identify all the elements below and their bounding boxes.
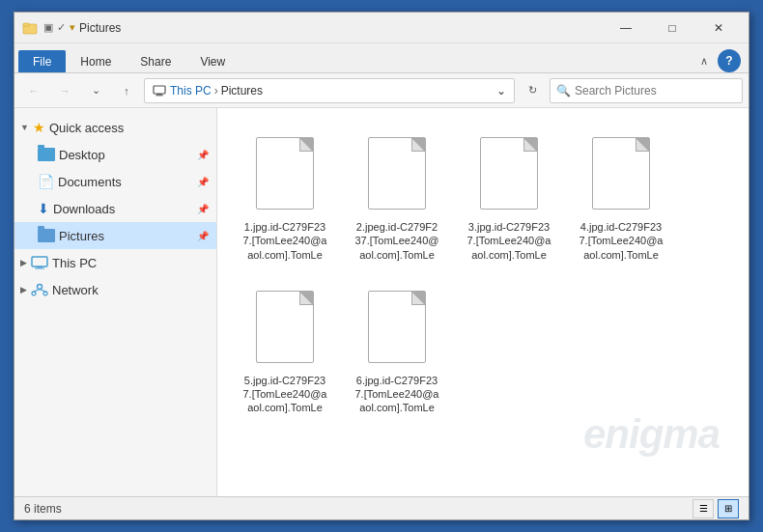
- window-title: Pictures: [79, 21, 604, 35]
- ribbon-tabs: File Home Share View ∧ ?: [14, 43, 749, 72]
- address-bar: ← → ⌄ ↑ This PC › Pictures ⌄ ↻ 🔍: [14, 73, 749, 108]
- sidebar-item-documents[interactable]: 📄 Documents 📌: [14, 168, 216, 195]
- sidebar-item-this-pc[interactable]: ▶ This PC: [14, 249, 216, 276]
- recent-button[interactable]: ⌄: [82, 78, 109, 103]
- downloads-icon: ⬇: [38, 201, 49, 216]
- sidebar-label-pictures: Pictures: [59, 229, 104, 243]
- file-label-3: 3.jpg.id-C279F237.[TomLee240@aaol.com].T…: [466, 220, 551, 262]
- file-item-1[interactable]: 1.jpg.id-C279F237.[TomLee240@aaol.com].T…: [237, 127, 333, 266]
- window-icon: [22, 20, 38, 36]
- item-count: 6 items: [24, 502, 62, 516]
- svg-point-9: [32, 292, 36, 295]
- ribbon-collapse-btn[interactable]: ∧: [694, 53, 714, 70]
- network-icon: [31, 283, 48, 296]
- minimize-button[interactable]: —: [604, 13, 648, 43]
- sidebar-label-downloads: Downloads: [53, 202, 115, 216]
- file-label-4: 4.jpg.id-C279F237.[TomLee240@aaol.com].T…: [579, 220, 663, 262]
- file-area: enigma 1.jpg.id-C279F237.[TomLee240@aaol…: [217, 108, 749, 496]
- svg-point-8: [38, 285, 42, 290]
- chevron-right-icon-network: ▶: [20, 285, 27, 294]
- computer-icon: [153, 85, 166, 97]
- file-icon-4: [586, 131, 656, 216]
- file-label-2: 2.jpeg.id-C279F237.[TomLee240@aol.com].T…: [354, 220, 438, 262]
- close-button[interactable]: ✕: [696, 13, 741, 43]
- file-item-5[interactable]: 5.jpg.id-C279F237.[TomLee240@aaol.com].T…: [237, 281, 333, 419]
- help-button[interactable]: ?: [718, 49, 741, 72]
- star-icon: ★: [33, 120, 45, 135]
- chevron-right-icon-thispc: ▶: [20, 258, 27, 267]
- status-bar: 6 items ☰ ⊞: [14, 496, 749, 519]
- search-icon: 🔍: [556, 84, 571, 98]
- search-bar[interactable]: 🔍: [550, 78, 743, 103]
- pin-icon-dl: 📌: [197, 204, 209, 214]
- sidebar-label-quick-access: Quick access: [49, 121, 124, 135]
- file-label-6: 6.jpg.id-C279F237.[TomLee240@aaol.com].T…: [354, 374, 438, 415]
- svg-line-12: [40, 290, 45, 293]
- title-undo-icon: ✓: [57, 21, 66, 34]
- address-path[interactable]: This PC › Pictures ⌄: [144, 78, 515, 103]
- file-label-1: 1.jpg.id-C279F237.[TomLee240@aaol.com].T…: [242, 220, 326, 262]
- up-button[interactable]: ↑: [113, 78, 140, 103]
- forward-button[interactable]: →: [51, 78, 78, 103]
- sidebar-item-desktop[interactable]: Desktop 📌: [14, 141, 216, 168]
- file-item-2[interactable]: 2.jpeg.id-C279F237.[TomLee240@aol.com].T…: [349, 127, 445, 266]
- folder-pictures-icon: [38, 229, 55, 242]
- sidebar-item-network[interactable]: ▶ Network: [14, 276, 216, 303]
- pin-icon-doc: 📌: [197, 177, 209, 187]
- file-label-5: 5.jpg.id-C279F237.[TomLee240@aaol.com].T…: [242, 374, 326, 415]
- sidebar-item-pictures[interactable]: Pictures 📌: [14, 222, 216, 249]
- svg-rect-5: [32, 257, 47, 266]
- tab-share[interactable]: Share: [126, 50, 185, 72]
- sidebar: ▼ ★ Quick access Desktop 📌 📄 Documents 📌: [14, 108, 217, 496]
- sidebar-label-documents: Documents: [58, 175, 122, 189]
- svg-rect-1: [23, 23, 29, 26]
- refresh-button[interactable]: ↻: [519, 78, 546, 103]
- file-item-3[interactable]: 3.jpg.id-C279F237.[TomLee240@aaol.com].T…: [461, 127, 557, 266]
- svg-rect-7: [35, 268, 44, 269]
- sidebar-label-this-pc: This PC: [52, 256, 97, 270]
- svg-line-11: [34, 290, 40, 293]
- file-icon-3: [474, 131, 544, 216]
- tab-view[interactable]: View: [185, 50, 240, 72]
- path-part-pictures: Pictures: [221, 84, 263, 98]
- search-input[interactable]: [575, 84, 736, 98]
- file-icon-6: [362, 285, 432, 370]
- grid-view-button[interactable]: ⊞: [718, 499, 739, 518]
- svg-rect-4: [155, 95, 163, 96]
- svg-rect-6: [37, 266, 42, 268]
- list-view-button[interactable]: ☰: [692, 499, 714, 518]
- explorer-window: ▣ ✓ ▾ Pictures — □ ✕ File Home Share Vie…: [14, 12, 749, 520]
- pin-icon: 📌: [197, 150, 209, 160]
- title-bar: ▣ ✓ ▾ Pictures — □ ✕: [14, 13, 749, 43]
- title-folder-icon: ▾: [70, 21, 75, 34]
- file-icon-5: [250, 285, 320, 370]
- path-sep1: ›: [214, 84, 218, 98]
- svg-rect-2: [154, 86, 165, 94]
- ribbon: File Home Share View ∧ ?: [14, 43, 749, 73]
- tab-home[interactable]: Home: [66, 50, 126, 72]
- tab-file[interactable]: File: [18, 50, 66, 72]
- path-dropdown-icon[interactable]: ⌄: [496, 84, 506, 98]
- computer-sidebar-icon: [31, 256, 48, 269]
- pin-icon-pic: 📌: [197, 231, 209, 241]
- view-controls: ☰ ⊞: [692, 499, 739, 518]
- sidebar-label-network: Network: [52, 283, 99, 297]
- svg-rect-3: [156, 94, 162, 96]
- sidebar-item-downloads[interactable]: ⬇ Downloads 📌: [14, 195, 216, 222]
- file-grid: 1.jpg.id-C279F237.[TomLee240@aaol.com].T…: [227, 118, 739, 429]
- sidebar-item-quick-access[interactable]: ▼ ★ Quick access: [14, 114, 216, 141]
- maximize-button[interactable]: □: [650, 13, 694, 43]
- file-item-4[interactable]: 4.jpg.id-C279F237.[TomLee240@aaol.com].T…: [573, 127, 669, 266]
- title-controls: — □ ✕: [604, 13, 741, 43]
- folder-blue-icon: [38, 148, 55, 161]
- svg-point-10: [43, 292, 47, 295]
- back-button[interactable]: ←: [20, 78, 47, 103]
- file-icon-2: [362, 131, 432, 216]
- sidebar-label-desktop: Desktop: [59, 148, 105, 162]
- title-quick-icon: ▣: [43, 21, 53, 34]
- file-icon-1: [250, 131, 320, 216]
- main-content: ▼ ★ Quick access Desktop 📌 📄 Documents 📌: [14, 108, 749, 496]
- path-part-thispc[interactable]: This PC: [170, 84, 212, 98]
- file-item-6[interactable]: 6.jpg.id-C279F237.[TomLee240@aaol.com].T…: [349, 281, 445, 419]
- documents-icon: 📄: [38, 174, 54, 189]
